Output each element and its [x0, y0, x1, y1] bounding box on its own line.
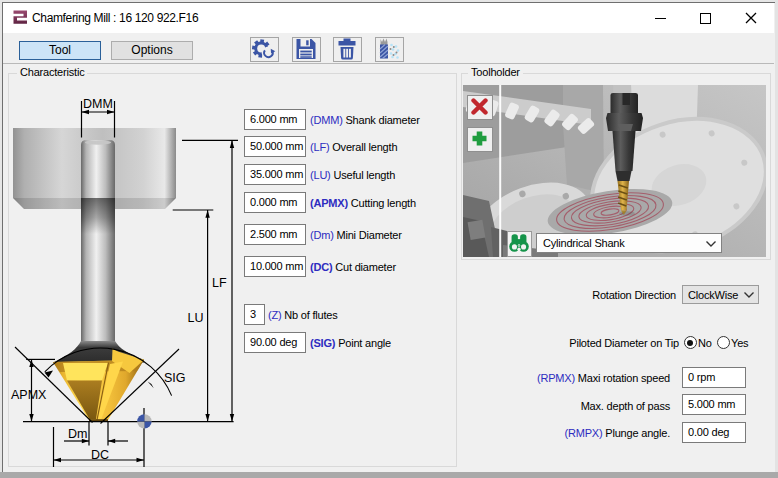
svg-text:LF: LF: [212, 276, 227, 290]
svg-text:Dm: Dm: [68, 427, 87, 441]
svg-text:DMM: DMM: [83, 97, 113, 111]
svg-text:SIG: SIG: [164, 371, 186, 385]
svg-text:LU: LU: [188, 311, 204, 325]
svg-text:APMX: APMX: [11, 388, 47, 402]
svg-text:DC: DC: [91, 448, 109, 462]
